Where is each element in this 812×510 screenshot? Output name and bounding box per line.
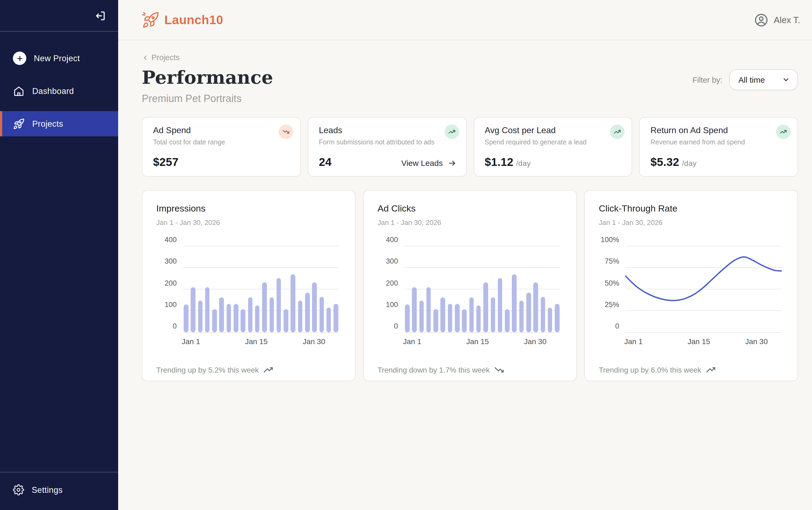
- bar: [448, 304, 453, 332]
- trending-up-icon: [614, 128, 621, 135]
- sidebar-footer: Settings: [0, 472, 118, 510]
- bar: [262, 282, 267, 332]
- filter-group: Filter by: All time: [693, 69, 798, 90]
- y-axis-tick: 0: [378, 322, 398, 331]
- trend-up-badge: [444, 124, 459, 139]
- bar: [312, 282, 317, 332]
- y-axis-tick: 50%: [599, 278, 619, 288]
- bar: [269, 297, 274, 332]
- bar: [484, 282, 488, 332]
- sidebar-item-settings[interactable]: Settings: [0, 477, 118, 503]
- date-range-value: All time: [738, 75, 765, 84]
- trend-down-badge: [279, 124, 293, 139]
- chart-date-range: Jan 1 - Jan 30, 2026: [378, 218, 562, 227]
- kpi-card-ad-spend: Ad Spend Total cost for date range $257: [142, 117, 301, 177]
- user-name: Alex T.: [774, 15, 800, 25]
- trending-up-icon: [780, 128, 787, 135]
- rocket-icon: [13, 118, 25, 130]
- kpi-title: Leads: [319, 126, 456, 135]
- breadcrumb[interactable]: Projects: [142, 53, 180, 62]
- bar: [241, 309, 245, 332]
- page-title: Performance: [142, 67, 273, 88]
- rocket-logo-icon: [142, 11, 160, 29]
- y-axis-tick: 75%: [599, 257, 619, 267]
- bar: [555, 304, 559, 332]
- bar: [512, 274, 517, 332]
- title-row: Performance Premium Pet Portraits Filter…: [142, 62, 798, 105]
- trending-up-icon: [448, 128, 455, 135]
- kpi-title: Ad Spend: [153, 126, 289, 135]
- click-through-rate-plot: 025%50%75%100%Jan 1Jan 15Jan 30: [626, 246, 781, 332]
- bar: [319, 297, 324, 332]
- x-axis-tick: Jan 30: [302, 337, 325, 346]
- bar: [234, 304, 238, 332]
- sidebar-item-label: Settings: [32, 485, 63, 495]
- kpi-unit: /day: [682, 159, 697, 168]
- y-axis-tick: 0: [156, 322, 177, 331]
- chevron-down-icon: [782, 76, 790, 84]
- sidebar-header: [0, 0, 118, 32]
- top-bar: Launch10 Alex T.: [118, 0, 812, 40]
- bar: [526, 292, 531, 332]
- plus-icon: [13, 52, 26, 65]
- sidebar-item-label: Projects: [32, 119, 63, 128]
- bar: [548, 308, 552, 333]
- kpi-card-leads: Leads Form submissions not attributed to…: [308, 117, 467, 177]
- y-axis-tick: 0: [599, 322, 619, 331]
- bar: [427, 288, 431, 332]
- bar-series: [183, 246, 339, 332]
- bar: [519, 301, 524, 332]
- kpi-description: Revenue earned from ad spend: [650, 139, 787, 146]
- sidebar-item-projects[interactable]: Projects: [0, 111, 118, 137]
- chart-trend-note: Trending down by 1.7% this week: [378, 366, 562, 374]
- bar: [455, 304, 459, 332]
- user-menu[interactable]: Alex T.: [754, 12, 800, 27]
- breadcrumb-label: Projects: [151, 53, 180, 62]
- sidebar-item-new-project[interactable]: New Project: [0, 46, 118, 71]
- bar: [419, 300, 424, 332]
- bar: [476, 305, 481, 333]
- app-logo-text: Launch10: [164, 12, 224, 27]
- kpi-card-return-on-ad-spend: Return on Ad Spend Revenue earned from a…: [639, 117, 798, 177]
- kpi-title: Return on Ad Spend: [650, 126, 787, 135]
- trend-up-badge: [776, 124, 790, 139]
- ad-clicks-plot: 0100200300400Jan 1Jan 15Jan 30: [404, 246, 560, 332]
- bar-series: [404, 246, 560, 332]
- bar: [491, 297, 495, 332]
- bar: [227, 304, 231, 332]
- bar: [184, 304, 188, 333]
- bar: [255, 305, 260, 333]
- x-axis-tick: Jan 30: [524, 337, 546, 346]
- kpi-title: Avg Cost per Lead: [485, 126, 621, 135]
- view-leads-link[interactable]: View Leads: [401, 158, 456, 168]
- chart-date-range: Jan 1 - Jan 30, 2026: [156, 218, 341, 227]
- sidebar-item-label: Dashboard: [32, 86, 74, 96]
- sidebar-item-dashboard[interactable]: Dashboard: [0, 79, 118, 103]
- kpi-value-row: $1.12/day: [485, 156, 622, 169]
- bar: [441, 297, 445, 332]
- chart-trend-note: Trending up by 6.0% this week: [599, 366, 784, 374]
- bar: [298, 301, 302, 332]
- filter-label: Filter by:: [693, 76, 722, 84]
- trend-up-badge: [610, 124, 625, 139]
- user-avatar-icon: [754, 12, 768, 27]
- kpi-value-row: $257: [153, 156, 291, 169]
- bar: [191, 288, 196, 332]
- click-through-rate-chart-card: Click-Through Rate Jan 1 - Jan 30, 2026 …: [584, 190, 798, 381]
- collapse-sidebar-button[interactable]: [93, 8, 108, 23]
- sidebar-item-label: New Project: [34, 53, 80, 63]
- y-axis-tick: 100%: [599, 235, 619, 245]
- bar: [277, 278, 281, 332]
- trending-up-icon: [264, 366, 274, 373]
- x-axis-tick: Jan 30: [745, 337, 768, 346]
- x-axis-tick: Jan 15: [466, 337, 489, 346]
- x-axis-tick: Jan 1: [182, 337, 200, 346]
- kpi-value: 24: [319, 156, 332, 169]
- sidebar: New Project Dashboard: [0, 0, 118, 510]
- bar: [541, 297, 545, 332]
- date-range-select[interactable]: All time: [729, 69, 798, 90]
- trending-up-icon: [706, 366, 717, 373]
- kpi-description: Total cost for date range: [153, 139, 289, 146]
- charts-row: Impressions Jan 1 - Jan 30, 2026 0100200…: [142, 190, 798, 381]
- bar: [291, 274, 295, 332]
